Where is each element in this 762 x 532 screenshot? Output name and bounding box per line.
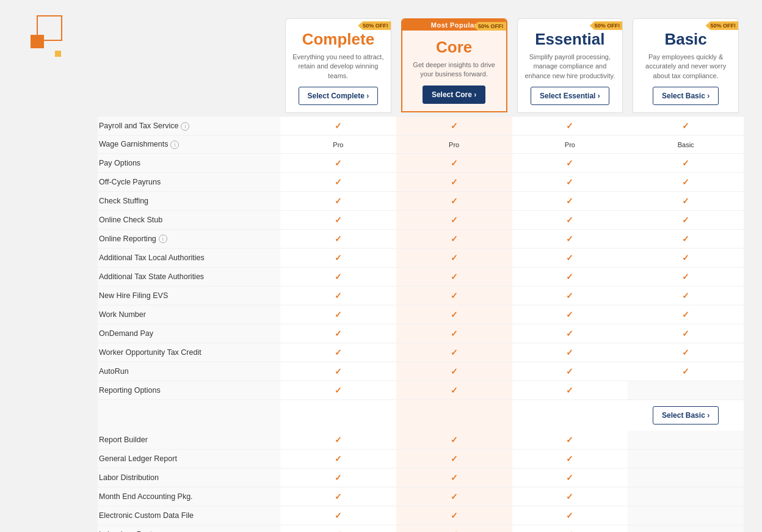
check-icon: ✓ xyxy=(566,435,573,445)
basic-cell: ✓ xyxy=(628,286,744,305)
check-icon: ✓ xyxy=(451,473,458,483)
check-icon: ✓ xyxy=(335,177,342,187)
essential-cell: ✓ xyxy=(512,324,628,343)
feature-name-cell: Work Number xyxy=(98,305,280,324)
basic-cell: ✓ xyxy=(628,192,744,211)
check-icon: ✓ xyxy=(335,329,342,338)
basic-cell: ✓ xyxy=(628,249,744,268)
essential-cell: ✓ xyxy=(512,286,628,305)
check-icon: ✓ xyxy=(335,196,342,206)
check-icon: ✓ xyxy=(451,329,458,338)
feature-col-header xyxy=(98,18,280,117)
essential-cell: ✓ xyxy=(512,249,628,268)
core-cell: ✓ xyxy=(396,468,512,487)
complete-select-bottom-cell xyxy=(280,400,396,431)
feature-name-cell: Worker Opportunity Tax Credit xyxy=(98,343,280,362)
basic-cell xyxy=(628,506,744,525)
basic-cell xyxy=(628,431,744,450)
check-icon: ✓ xyxy=(566,253,573,263)
check-icon: ✓ xyxy=(566,454,573,464)
check-icon: ✓ xyxy=(451,291,458,301)
complete-cell: ✓ xyxy=(280,487,396,506)
check-icon: ✓ xyxy=(451,530,458,532)
basic-plan-name: Basic xyxy=(639,30,732,49)
essential-cell: ✓ xyxy=(512,117,628,136)
table-row: New Hire Filing EVS✓✓✓✓ xyxy=(98,286,744,305)
feature-name-cell: Check Stuffing xyxy=(98,192,280,211)
feature-name-cell: Month End Accounting Pkg. xyxy=(98,487,280,506)
complete-cell: ✓ xyxy=(280,192,396,211)
complete-cell: ✓ xyxy=(280,154,396,173)
essential-cell: ✓ xyxy=(512,450,628,468)
complete-cell: ✓ xyxy=(280,173,396,192)
check-icon: ✓ xyxy=(451,348,458,357)
check-icon: ✓ xyxy=(682,253,689,263)
basic-cell: ✓ xyxy=(628,324,744,343)
check-icon: ✓ xyxy=(451,366,458,376)
essential-cell: ✓ xyxy=(512,525,628,532)
info-icon[interactable]: i xyxy=(159,235,167,243)
check-icon: ✓ xyxy=(682,234,689,244)
basic-cell: ✓ xyxy=(628,305,744,324)
badge-label: Basic xyxy=(678,141,694,148)
check-icon: ✓ xyxy=(566,177,573,187)
check-icon: ✓ xyxy=(682,291,689,301)
essential-select-bottom-cell xyxy=(512,400,628,431)
select-basic-button-top[interactable]: Select Basic xyxy=(653,87,719,105)
info-icon[interactable]: i xyxy=(170,140,179,149)
check-icon: ✓ xyxy=(566,530,573,532)
feature-name-cell: Additional Tax Local Authorities xyxy=(98,249,280,268)
essential-cell: ✓ xyxy=(512,431,628,450)
info-icon[interactable]: i xyxy=(181,122,189,131)
basic-cell: ✓ xyxy=(628,343,744,362)
select-complete-button[interactable]: Select Complete xyxy=(299,87,379,105)
core-cell: ✓ xyxy=(396,431,512,450)
check-icon: ✓ xyxy=(566,291,573,301)
basic-cell: ✓ xyxy=(628,362,744,381)
check-icon: ✓ xyxy=(335,435,342,445)
check-icon: ✓ xyxy=(682,215,689,225)
complete-discount-ribbon: 50% OFF! xyxy=(358,21,391,30)
check-icon: ✓ xyxy=(335,291,342,301)
complete-cell: ✓ xyxy=(280,268,396,286)
check-icon: ✓ xyxy=(451,511,458,520)
core-cell: ✓ xyxy=(396,154,512,173)
select-core-button[interactable]: Select Core xyxy=(423,86,485,104)
complete-cell: ✓ xyxy=(280,230,396,249)
check-icon: ✓ xyxy=(566,329,573,338)
feature-name-cell: New Hire Filing EVS xyxy=(98,286,280,305)
basic-discount-ribbon: 50% OFF! xyxy=(705,21,739,30)
table-row: Labor Law Poster✓✓✓ xyxy=(98,525,744,532)
basic-cell xyxy=(628,450,744,468)
check-icon: ✓ xyxy=(451,234,458,244)
select-essential-button[interactable]: Select Essential xyxy=(531,87,609,105)
select-basic-button-bottom[interactable]: Select Basic › xyxy=(653,406,719,425)
core-cell: ✓ xyxy=(396,343,512,362)
feature-name-cell: Pay Options xyxy=(98,154,280,173)
basic-cell xyxy=(628,487,744,506)
essential-header-cell: 50% OFF! Essential Simplify payroll proc… xyxy=(512,18,628,117)
complete-cell: ✓ xyxy=(280,305,396,324)
comparison-table: 50% OFF! Complete Everything you need to… xyxy=(98,18,744,532)
check-icon: ✓ xyxy=(566,196,573,206)
check-icon: ✓ xyxy=(335,234,342,244)
empty-feature-cell xyxy=(98,400,280,431)
feature-name-cell: Off-Cycle Payruns xyxy=(98,173,280,192)
complete-cell: ✓ xyxy=(280,324,396,343)
core-plan-description: Get deeper insights to drive your busine… xyxy=(408,60,500,79)
core-cell: Pro xyxy=(396,136,512,154)
select-basic-bottom-row: Select Basic › xyxy=(98,400,744,431)
page-wrapper: 50% OFF! Complete Everything you need to… xyxy=(6,6,756,532)
check-icon: ✓ xyxy=(682,158,689,168)
check-icon: ✓ xyxy=(451,196,458,206)
core-cell: ✓ xyxy=(396,211,512,230)
complete-cell: ✓ xyxy=(280,343,396,362)
complete-header-cell: 50% OFF! Complete Everything you need to… xyxy=(280,18,396,117)
complete-cell: ✓ xyxy=(280,506,396,525)
feature-name-cell: Payroll and Tax Servicei xyxy=(98,117,280,136)
complete-plan-description: Everything you need to attract, retain a… xyxy=(292,53,385,81)
essential-cell: ✓ xyxy=(512,268,628,286)
check-icon: ✓ xyxy=(335,473,342,483)
basic-cell: ✓ xyxy=(628,117,744,136)
deco-filled-rect xyxy=(31,35,44,48)
